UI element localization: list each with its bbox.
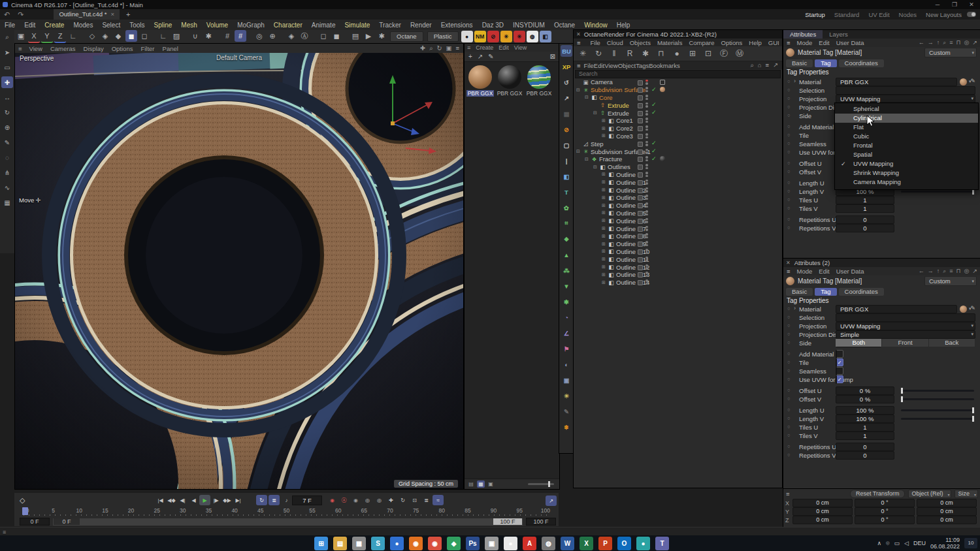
camera-label[interactable]: Default Camera	[216, 54, 262, 61]
anim-dot-icon[interactable]: ○	[787, 140, 791, 146]
layer-toggle[interactable]	[638, 257, 643, 262]
layer-toggle[interactable]	[638, 227, 643, 232]
object-manager-nav-icon[interactable]: ≡	[765, 61, 769, 69]
playback-button[interactable]: |◀	[155, 495, 166, 505]
taskbar-app-icon[interactable]: W	[561, 537, 574, 550]
fcurve-window-button[interactable]: ↗	[546, 496, 557, 506]
property-value[interactable]	[836, 367, 837, 375]
anim-dot-icon[interactable]: ○	[787, 396, 791, 401]
property-value[interactable]: 100 %	[836, 406, 894, 415]
menu-item[interactable]: Help	[612, 22, 635, 29]
attributes-nav-icon[interactable]: ⌕	[943, 268, 946, 275]
property-value[interactable]	[836, 350, 837, 358]
layer-toggle[interactable]	[638, 234, 643, 239]
generator-icon[interactable]: ↗	[561, 92, 572, 104]
generator-icon[interactable]: ☀	[561, 390, 572, 401]
coords-size-dropdown[interactable]: Size▾	[955, 490, 978, 498]
octane-dropdown[interactable]: Octane	[390, 31, 423, 42]
object-name[interactable]: Camera	[591, 78, 613, 86]
menu-item[interactable]: Octane	[549, 22, 580, 29]
taskbar-app-icon[interactable]: ◆	[447, 537, 461, 550]
property-value[interactable]: 0	[836, 215, 894, 224]
attributes-nav-icon[interactable]: ⊓	[956, 268, 961, 275]
generator-icon[interactable]: ✱	[561, 296, 572, 307]
record-button[interactable]: ◎	[374, 495, 385, 505]
enabled-check-icon[interactable]: ✓	[651, 86, 657, 93]
object-menu-item[interactable]: View	[604, 62, 617, 69]
playback-button[interactable]: ▶	[199, 495, 210, 505]
tag-tab[interactable]: Tag	[815, 59, 836, 67]
generator-icon[interactable]: ❖	[561, 233, 572, 245]
enabled-check-icon[interactable]: ✓	[651, 155, 657, 162]
tree-row[interactable]: ⊟ ◧ Core ✓	[574, 94, 782, 102]
octane-tool-icon[interactable]: ✳	[575, 48, 591, 59]
object-name[interactable]: Core3	[616, 133, 633, 140]
layout-preset[interactable]: Nodes	[899, 11, 917, 18]
attributes-nav-icon[interactable]: →	[928, 39, 934, 46]
visibility-dots[interactable]	[645, 133, 648, 138]
reset-transform-button[interactable]: Reset Transform	[850, 490, 906, 498]
object-menu-item[interactable]: Tags	[636, 62, 649, 69]
attributes-menu-icon[interactable]: ≡	[783, 268, 794, 275]
layer-toggle[interactable]	[638, 195, 643, 200]
toolbar-icon[interactable]: ∟	[157, 30, 169, 42]
tab-attributes[interactable]: Attributes	[783, 30, 823, 39]
octane-menu-item[interactable]: Materials	[654, 39, 686, 46]
keying-filter-button[interactable]: ✚	[385, 495, 397, 505]
visibility-dots[interactable]	[645, 264, 648, 270]
generator-icon[interactable]: T	[561, 186, 572, 198]
segment-button[interactable]: Front	[882, 339, 928, 347]
tree-row[interactable]: ⊟ ✳ Subdivision Surface ✓	[574, 86, 782, 94]
toolbar-icon[interactable]: ◇	[86, 30, 98, 42]
language-indicator[interactable]: DEU	[913, 540, 926, 546]
material-link-ball[interactable]	[960, 306, 967, 313]
layer-toggle[interactable]	[638, 242, 643, 247]
tool-icon[interactable]: ◌	[1, 151, 13, 163]
menu-item[interactable]: Mesh	[176, 22, 201, 29]
attributes-nav-icon[interactable]: ≡	[949, 39, 953, 46]
attributes-menu-icon[interactable]: ≡	[783, 39, 794, 46]
octane-tool-icon[interactable]: ⊓	[653, 48, 669, 59]
attributes-nav-icon[interactable]: ◎	[964, 268, 970, 275]
playback-button[interactable]: ◀◆	[166, 495, 177, 505]
segment-button[interactable]: Both	[836, 339, 882, 347]
material-thumbnail[interactable]: PBR GGX	[497, 65, 523, 97]
material-menu-icon[interactable]: ≡	[467, 44, 470, 51]
scale-field[interactable]: 0 cm	[917, 507, 977, 516]
dropdown-option[interactable]: ✓ Camera Mapping	[835, 178, 978, 187]
octane-menu-icon[interactable]: ≡	[574, 39, 584, 46]
plugin-icon[interactable]: NM	[474, 31, 486, 42]
dropdown-option[interactable]: ✓ Frontal	[835, 141, 978, 150]
property-value[interactable]: 100 %	[836, 415, 894, 423]
toolbar-icon[interactable]: ◼	[331, 30, 342, 42]
taskbar-app-icon[interactable]: ⊞	[314, 537, 328, 550]
search-input[interactable]: Search	[575, 70, 781, 78]
anim-dot-icon[interactable]: ○	[787, 160, 791, 166]
tree-row[interactable]: ◿ Step ✓	[574, 140, 782, 148]
object-manager-nav-icon[interactable]: ⌂	[758, 61, 762, 69]
tray-icon[interactable]: ◁	[904, 540, 909, 547]
menu-item[interactable]: Character	[269, 22, 307, 29]
property-value[interactable]	[836, 375, 837, 384]
attributes-nav-icon[interactable]: ⌕	[943, 39, 946, 46]
material-ball[interactable]	[468, 65, 492, 89]
tree-row[interactable]: ⊞ ◧ Outline 1.2 ✓	[574, 186, 782, 194]
toolbar-icon[interactable]: ◎	[253, 30, 265, 42]
value-slider[interactable]	[901, 390, 974, 392]
expand-icon[interactable]: ⊞	[602, 280, 608, 285]
anim-dot-icon[interactable]: ○	[787, 216, 791, 222]
menu-item[interactable]: Tools	[125, 22, 149, 29]
tree-row[interactable]: ⊞ ◧ Outline 1.12 ✓	[574, 263, 782, 271]
tree-row[interactable]: ⊞ ◧ Core3 ✓	[574, 133, 782, 140]
rotation-field[interactable]: 0 °	[855, 507, 915, 516]
current-frame-field[interactable]: 7 F	[292, 496, 322, 505]
tree-row[interactable]: ⊞ ◧ Outline 1.7 ✓	[574, 225, 782, 232]
attributes-menu-item[interactable]: User Data	[833, 39, 868, 46]
attributes-nav-icon[interactable]: →	[928, 268, 934, 275]
value-slider[interactable]	[901, 191, 974, 193]
menu-item[interactable]: Spline	[150, 22, 177, 29]
viewport-canvas[interactable]: Perspective Default Camera Move ✛ Grid S…	[15, 53, 463, 489]
visibility-dots[interactable]	[645, 187, 648, 193]
layer-toggle[interactable]	[638, 280, 643, 285]
attributes-menu-item[interactable]: Edit	[815, 39, 832, 46]
